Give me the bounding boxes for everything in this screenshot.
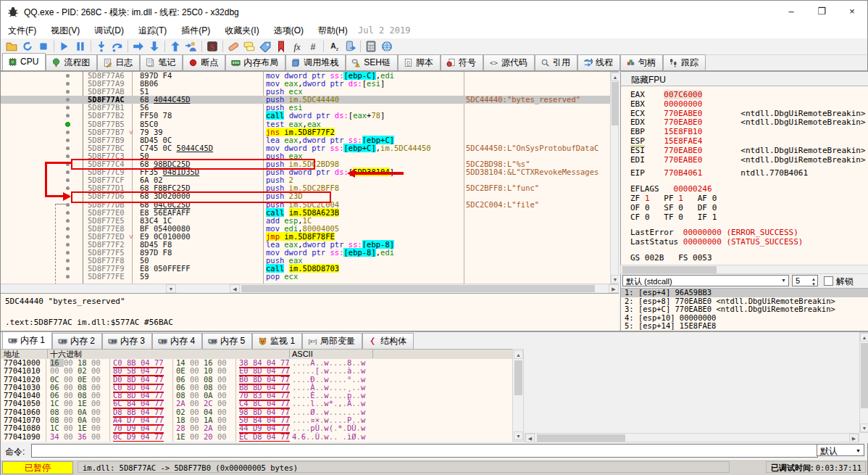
- internet-icon[interactable]: [379, 39, 395, 54]
- patches-icon[interactable]: [225, 39, 241, 54]
- register-list[interactable]: EAX 007C6000EBX 00000000ECX 770EABE0 <nt…: [621, 87, 868, 265]
- row-dot-icon[interactable]: [66, 235, 70, 239]
- restart-icon[interactable]: [20, 39, 36, 54]
- row-dot-icon[interactable]: [66, 114, 70, 117]
- bookmarks-icon[interactable]: [273, 39, 289, 54]
- row-dot-icon[interactable]: [66, 275, 70, 278]
- disassembly-pane[interactable]: 5D8F77A6897D F4mov dword ptr ss:[ebp-C],…: [1, 71, 619, 284]
- menu-p[interactable]: 插件(P): [174, 22, 217, 38]
- row-dot-icon[interactable]: [66, 106, 70, 110]
- tab-script[interactable]: {}脚本: [398, 54, 441, 70]
- row-dot-icon[interactable]: [66, 146, 70, 150]
- tab-cpu[interactable]: CPU: [2, 53, 46, 70]
- tab-dump-内存1[interactable]: 内存 1: [2, 331, 52, 349]
- comments-icon[interactable]: [241, 39, 257, 54]
- tab-watch-监视1[interactable]: 监视 1: [252, 333, 302, 349]
- tab-dump-内存2[interactable]: 内存 2: [52, 333, 102, 349]
- disasm-row[interactable]: 5D8F77B585C0test eax,eax: [1, 120, 619, 128]
- disasm-hscrollbar[interactable]: ▼ ◀ ▶: [1, 284, 619, 294]
- row-dot-icon[interactable]: [66, 203, 70, 207]
- row-dot-icon[interactable]: [66, 131, 70, 134]
- row-dot-icon[interactable]: [66, 219, 70, 223]
- row-dot-icon[interactable]: [66, 267, 70, 270]
- menu-i[interactable]: 收藏夹(I): [217, 22, 266, 38]
- memory-row[interactable]: 7704109034 00 36 000C D9 04 771E 00 20 0…: [1, 433, 512, 441]
- maximize-button[interactable]: ❐: [806, 1, 837, 22]
- memory-dump[interactable]: 7704100016 00 18 00C0 8B 04 7714 00 16 0…: [1, 359, 512, 442]
- tab-seh[interactable]: !SEH链: [346, 54, 398, 70]
- tab-dump-内存4[interactable]: 内存 4: [152, 333, 202, 349]
- argument-row[interactable]: 1: [esp+4] 96A59BB3: [621, 289, 868, 297]
- tab-trace[interactable]: 跟踪: [663, 54, 706, 70]
- register-line[interactable]: EIP 770B4061 ntdll.770B4061: [621, 169, 868, 178]
- step-over-icon[interactable]: [109, 39, 125, 54]
- row-dot-icon[interactable]: [66, 227, 70, 231]
- command-input[interactable]: [31, 444, 818, 458]
- row-dot-icon[interactable]: [66, 74, 70, 78]
- calculator-icon[interactable]: [363, 39, 379, 54]
- menu-h[interactable]: 帮助(H): [311, 22, 355, 38]
- arg-count-spinner[interactable]: 5 ▲ ▼: [792, 275, 818, 286]
- menu-o[interactable]: 选项(O): [267, 22, 311, 38]
- spinner-down-icon[interactable]: ▼: [811, 282, 816, 286]
- stack-hscrollbar[interactable]: ◀ ▶: [525, 433, 859, 442]
- stack-vscrollbar[interactable]: ▲ ▼: [859, 332, 868, 433]
- row-dot-icon[interactable]: [66, 178, 70, 182]
- text-az-icon[interactable]: Az: [326, 39, 342, 54]
- open-file-icon[interactable]: [4, 39, 20, 54]
- tab-source[interactable]: <>源代码: [483, 54, 535, 70]
- tab-references[interactable]: 引用: [535, 54, 577, 70]
- arguments-pane[interactable]: 1: [esp+4] 96A59BB32: [esp+8] 770EABE0 <…: [620, 288, 868, 331]
- tab-symbols[interactable]: 符号: [441, 54, 483, 70]
- tab-threads[interactable]: 线程: [577, 54, 620, 70]
- command-profile-dropdown[interactable]: 默认 ▼: [817, 444, 864, 456]
- row-dot-icon[interactable]: [66, 186, 70, 190]
- modules-icon[interactable]: [342, 39, 358, 54]
- disasm-row[interactable]: 5D8F77FE59pop ecx: [1, 273, 619, 281]
- disasm-vscrollbar[interactable]: ▲ ▼: [610, 72, 619, 284]
- row-dot-icon[interactable]: [66, 251, 70, 255]
- stop-debug-icon[interactable]: [36, 39, 51, 54]
- spinner-up-icon[interactable]: ▲: [811, 277, 816, 281]
- analysis-icon[interactable]: #: [305, 39, 321, 54]
- tab-log[interactable]: 日志: [97, 54, 140, 70]
- pause-icon[interactable]: [72, 39, 88, 54]
- register-line[interactable]: GS 002B FS 0053: [621, 254, 868, 263]
- menu-t[interactable]: 追踪(T): [131, 22, 174, 38]
- menu-d[interactable]: 调试(D): [87, 22, 131, 38]
- labels-icon[interactable]: [257, 39, 273, 54]
- row-dot-icon[interactable]: [66, 243, 70, 247]
- tab-breakpoint[interactable]: 断点: [183, 54, 225, 70]
- tab-dump-内存3[interactable]: 内存 3: [102, 333, 152, 349]
- row-dot-icon[interactable]: [66, 82, 70, 86]
- tab-dump-内存5[interactable]: 内存 5: [202, 333, 252, 349]
- row-dot-icon[interactable]: [66, 139, 70, 142]
- tab-locals-局部变量[interactable]: [x=]局部变量: [302, 333, 362, 349]
- functions-icon[interactable]: fx: [289, 39, 305, 54]
- unlock-checkbox[interactable]: [824, 276, 833, 286]
- menu-f[interactable]: 文件(F): [1, 22, 43, 38]
- row-dot-icon[interactable]: [66, 154, 70, 158]
- row-dot-icon[interactable]: [66, 170, 70, 174]
- menu-v[interactable]: 视图(V): [43, 22, 87, 38]
- execute-till-return-icon[interactable]: [130, 39, 146, 54]
- tab-graph[interactable]: 流程图: [46, 54, 97, 70]
- minimize-button[interactable]: –: [776, 1, 806, 22]
- step-into-icon[interactable]: [93, 39, 109, 54]
- tab-notes[interactable]: 笔记: [140, 54, 183, 70]
- row-dot-icon[interactable]: [66, 259, 70, 263]
- skip-next-icon[interactable]: [146, 39, 162, 54]
- register-line[interactable]: LastStatus 00000000 (STATUS_SUCCESS): [621, 238, 868, 247]
- memory-vscrollbar[interactable]: ▲ ▼: [512, 349, 524, 442]
- register-line[interactable]: CF 0 TF 0 IF 1: [621, 213, 868, 223]
- row-dot-icon[interactable]: [66, 90, 70, 94]
- argument-row[interactable]: 5: [esp+14] 15E8FAE8: [621, 322, 868, 331]
- register-hscrollbar[interactable]: [620, 265, 868, 274]
- tab-struct-结构体[interactable]: 结构体: [362, 333, 414, 349]
- close-button[interactable]: ×: [837, 1, 867, 22]
- run-to-user-code-icon[interactable]: [183, 39, 199, 54]
- run-icon[interactable]: [57, 39, 72, 54]
- tab-handles[interactable]: 句柄: [620, 54, 663, 70]
- tab-callstack[interactable]: 调用堆栈: [285, 54, 346, 70]
- step-out-icon[interactable]: [167, 39, 183, 54]
